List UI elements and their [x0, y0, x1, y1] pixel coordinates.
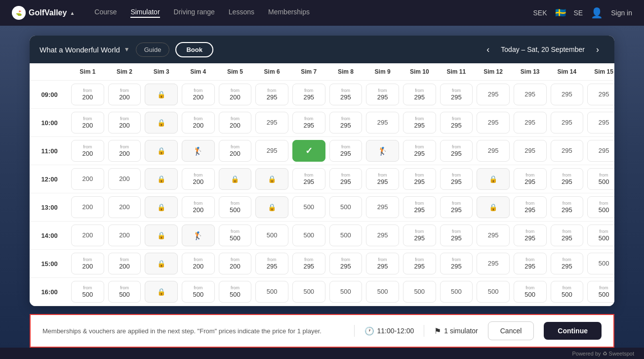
nav-driving-range[interactable]: Driving range	[174, 8, 215, 18]
locked-slot[interactable]: 🔒	[145, 140, 178, 162]
available-slot[interactable]: from500	[514, 281, 547, 303]
available-slot[interactable]: 295	[514, 140, 547, 162]
available-slot[interactable]: 200	[108, 196, 141, 218]
available-slot[interactable]: from295	[255, 84, 288, 105]
available-slot[interactable]: from295	[514, 196, 547, 218]
available-slot[interactable]: from500	[587, 168, 614, 190]
available-slot[interactable]: from500	[219, 281, 252, 303]
available-slot[interactable]: from200	[182, 168, 215, 190]
golfer-slot[interactable]: 🏌️	[182, 140, 215, 162]
available-slot[interactable]: 295	[514, 84, 547, 105]
available-slot[interactable]: 500	[255, 281, 288, 303]
available-slot[interactable]: 200	[108, 168, 141, 190]
locked-slot[interactable]: 🔒	[477, 168, 510, 190]
available-slot[interactable]: from200	[71, 253, 104, 274]
available-slot[interactable]: from500	[551, 281, 584, 303]
available-slot[interactable]: from500	[587, 281, 614, 303]
locked-slot[interactable]: 🔒	[145, 281, 178, 303]
locked-slot[interactable]: 🔒	[255, 196, 288, 218]
available-slot[interactable]: 200	[108, 224, 141, 246]
available-slot[interactable]: from295	[292, 253, 325, 274]
available-slot[interactable]: 295	[551, 140, 584, 162]
available-slot[interactable]: 500	[329, 224, 362, 246]
golfer-slot[interactable]: 🏌️	[366, 140, 399, 162]
available-slot[interactable]: from200	[108, 140, 141, 162]
locked-slot[interactable]: 🔒	[145, 84, 178, 105]
available-slot[interactable]: 295	[255, 112, 288, 134]
available-slot[interactable]: 295	[477, 84, 510, 105]
available-slot[interactable]: from295	[551, 168, 584, 190]
available-slot[interactable]: from500	[182, 281, 215, 303]
available-slot[interactable]: 295	[587, 112, 614, 134]
nav-simulator[interactable]: Simulator	[130, 8, 160, 18]
locked-slot[interactable]: 🔒	[145, 224, 178, 246]
available-slot[interactable]: from295	[329, 112, 362, 134]
available-slot[interactable]: from295	[514, 253, 547, 274]
available-slot[interactable]: 500	[329, 196, 362, 218]
available-slot[interactable]: from295	[440, 196, 473, 218]
available-slot[interactable]: from295	[255, 253, 288, 274]
nav-memberships[interactable]: Memberships	[268, 8, 310, 18]
available-slot[interactable]: 500	[292, 196, 325, 218]
available-slot[interactable]: from200	[219, 253, 252, 274]
available-slot[interactable]: 295	[477, 224, 510, 246]
available-slot[interactable]: from295	[366, 84, 399, 105]
available-slot[interactable]: from295	[329, 84, 362, 105]
available-slot[interactable]: from200	[182, 253, 215, 274]
available-slot[interactable]: from200	[219, 84, 252, 105]
available-slot[interactable]: 295	[551, 84, 584, 105]
available-slot[interactable]: from295	[403, 140, 436, 162]
available-slot[interactable]: 500	[477, 281, 510, 303]
available-slot[interactable]: 295	[366, 196, 399, 218]
locked-slot[interactable]: 🔒	[477, 196, 510, 218]
available-slot[interactable]: from295	[440, 168, 473, 190]
available-slot[interactable]: from200	[108, 112, 141, 134]
available-slot[interactable]: 500	[366, 281, 399, 303]
book-button[interactable]: Book	[175, 42, 213, 57]
available-slot[interactable]: from295	[403, 224, 436, 246]
available-slot[interactable]: 200	[71, 224, 104, 246]
available-slot[interactable]: from295	[366, 168, 399, 190]
available-slot[interactable]: 500	[440, 281, 473, 303]
available-slot[interactable]: from500	[219, 224, 252, 246]
available-slot[interactable]: from295	[551, 224, 584, 246]
locked-slot[interactable]: 🔒	[219, 168, 252, 190]
available-slot[interactable]: from295	[514, 224, 547, 246]
cancel-button[interactable]: Cancel	[488, 321, 534, 340]
available-slot[interactable]: 295	[587, 140, 614, 162]
available-slot[interactable]: 295	[477, 140, 510, 162]
available-slot[interactable]: from200	[71, 140, 104, 162]
available-slot[interactable]: from500	[71, 281, 104, 303]
available-slot[interactable]: 500	[292, 281, 325, 303]
available-slot[interactable]: from200	[219, 112, 252, 134]
guide-button[interactable]: Guide	[136, 43, 170, 57]
signin-button[interactable]: Sign in	[611, 9, 632, 17]
available-slot[interactable]: from295	[292, 112, 325, 134]
nav-course[interactable]: Course	[94, 8, 117, 18]
available-slot[interactable]: 500	[587, 253, 614, 274]
available-slot[interactable]: from295	[440, 140, 473, 162]
locked-slot[interactable]: 🔒	[255, 168, 288, 190]
available-slot[interactable]: from200	[182, 196, 215, 218]
available-slot[interactable]: 295	[477, 253, 510, 274]
available-slot[interactable]: from200	[219, 140, 252, 162]
available-slot[interactable]: from200	[108, 84, 141, 105]
selected-slot[interactable]: ✓	[292, 140, 325, 162]
available-slot[interactable]: from295	[440, 253, 473, 274]
available-slot[interactable]: 500	[292, 224, 325, 246]
available-slot[interactable]: from295	[440, 84, 473, 105]
available-slot[interactable]: from295	[366, 253, 399, 274]
available-slot[interactable]: from295	[403, 168, 436, 190]
available-slot[interactable]: from295	[292, 84, 325, 105]
available-slot[interactable]: from200	[108, 253, 141, 274]
available-slot[interactable]: from295	[440, 112, 473, 134]
available-slot[interactable]: 500	[403, 281, 436, 303]
next-date-button[interactable]: ›	[591, 43, 604, 56]
available-slot[interactable]: from200	[182, 112, 215, 134]
golfer-slot[interactable]: 🏌️	[182, 224, 215, 246]
available-slot[interactable]: from500	[587, 224, 614, 246]
available-slot[interactable]: 200	[71, 196, 104, 218]
available-slot[interactable]: from500	[108, 281, 141, 303]
continue-button[interactable]: Continue	[544, 322, 602, 340]
locked-slot[interactable]: 🔒	[145, 168, 178, 190]
